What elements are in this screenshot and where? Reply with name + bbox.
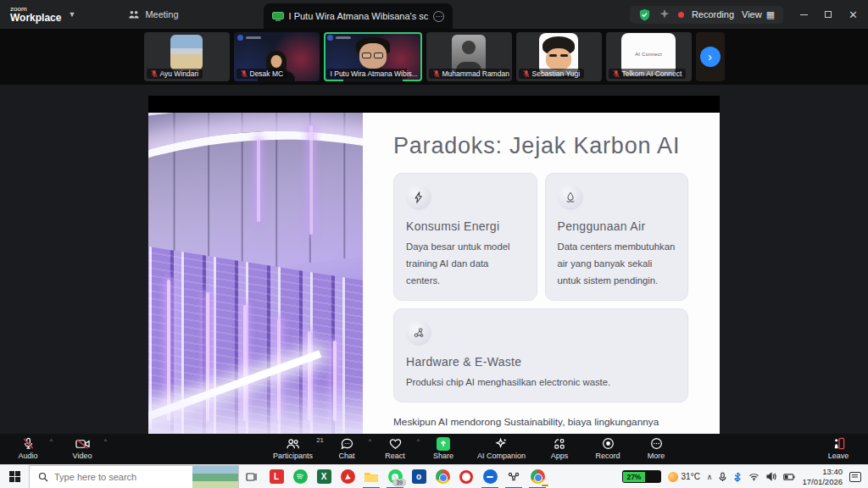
drone-icon xyxy=(508,472,520,482)
participant-name: Sebastian Yugi xyxy=(532,69,581,78)
task-view-icon xyxy=(246,472,258,482)
screen-share-icon xyxy=(272,12,284,21)
tab-screen-share[interactable]: I Putu Wira Atmana Wibisana's sc ⋯ xyxy=(264,3,453,29)
meeting-people-icon xyxy=(128,9,140,19)
minimize-button[interactable] xyxy=(800,14,808,15)
clock-time: 13:40 xyxy=(802,467,843,477)
more-icon xyxy=(650,437,663,450)
task-view-button[interactable] xyxy=(239,465,264,488)
zoom-workplace-logo[interactable]: zoom Workplace ▼ xyxy=(0,6,84,23)
shared-screen-area: Paradoks: Jejak Karbon AI Konsumsi Energ… xyxy=(0,85,868,434)
participant-tile-active-speaker[interactable]: I Putu Wira Atmana Wibis... xyxy=(324,32,422,81)
chevron-down-icon: ▼ xyxy=(68,10,75,19)
shared-slide: Paradoks: Jejak Karbon AI Konsumsi Energ… xyxy=(148,96,720,434)
recording-label: Recording xyxy=(692,9,734,19)
encryption-shield-icon[interactable] xyxy=(638,8,651,21)
muted-mic-icon xyxy=(523,69,530,78)
app-outlook[interactable]: o xyxy=(407,465,431,488)
ai-companion-status-icon[interactable] xyxy=(659,8,670,20)
record-icon xyxy=(602,437,615,450)
view-button[interactable]: View ▦ xyxy=(742,9,775,20)
app-lark[interactable]: L xyxy=(264,465,288,488)
participant-tile-muhammad[interactable]: Muhammad Ramdan xyxy=(426,32,512,81)
card-body: Produksi chip AI menghasilkan electronic… xyxy=(406,374,676,391)
datacenter-image xyxy=(148,113,363,434)
audio-label: Audio xyxy=(18,452,37,460)
start-button[interactable] xyxy=(0,465,29,488)
chat-options-chevron[interactable]: ^ xyxy=(369,438,371,444)
apps-button[interactable]: Apps xyxy=(545,437,574,460)
search-input[interactable] xyxy=(54,472,164,482)
participant-tile-ayu[interactable]: Ayu Windari xyxy=(144,32,230,81)
audio-options-chevron[interactable]: ^ xyxy=(50,438,53,444)
tab-meeting[interactable]: Meeting xyxy=(118,0,188,29)
more-button[interactable]: More xyxy=(642,437,670,460)
muted-mic-icon xyxy=(151,69,158,78)
muted-mic-icon xyxy=(433,69,440,78)
chat-icon xyxy=(341,437,353,450)
more-label: More xyxy=(648,452,665,460)
tray-mic-icon[interactable] xyxy=(719,472,726,482)
participant-tile-desak[interactable]: Desak MC xyxy=(234,32,320,81)
share-label: Share xyxy=(433,452,453,460)
card-title: Penggunaan Air xyxy=(558,219,676,233)
battery-icon[interactable] xyxy=(783,474,795,480)
app-pdf[interactable] xyxy=(336,465,359,488)
next-page-button[interactable]: › xyxy=(700,47,721,67)
react-label: React xyxy=(385,452,405,460)
tray-expand-chevron[interactable]: ∧ xyxy=(707,473,713,481)
app-opera[interactable] xyxy=(454,465,478,488)
react-button[interactable]: ^ React xyxy=(381,437,409,460)
windows-taskbar: L X 39 o 27% 31°C xyxy=(0,464,868,488)
bolt-icon xyxy=(406,185,431,210)
clock-date: 17/01/2026 xyxy=(802,477,843,487)
chrome-icon xyxy=(531,469,545,484)
ai-connect-logo-text: AI Connect xyxy=(635,52,662,57)
network-icon[interactable] xyxy=(748,473,760,481)
record-button[interactable]: Record xyxy=(593,437,622,460)
apps-label: Apps xyxy=(551,452,569,460)
participant-name: Muhammad Ramdan xyxy=(442,69,509,78)
ai-companion-button[interactable]: AI Companion xyxy=(477,437,526,460)
maximize-button[interactable] xyxy=(825,11,832,18)
app-drone-tool[interactable] xyxy=(502,465,526,488)
clock[interactable]: 13:40 17/01/2026 xyxy=(802,467,843,487)
muted-mic-icon xyxy=(613,69,620,78)
video-filmstrip: Ayu Windari Desak MC I Putu Wira Atmana … xyxy=(0,29,868,85)
bluetooth-icon[interactable] xyxy=(733,472,742,482)
share-button[interactable]: Share xyxy=(429,437,458,460)
app-chrome-profile[interactable] xyxy=(526,465,549,488)
card-hardware-ewaste: Hardware & E-Waste Produksi chip AI meng… xyxy=(393,308,688,402)
react-options-chevron[interactable]: ^ xyxy=(417,438,420,444)
muted-mic-icon xyxy=(241,69,248,78)
video-options-chevron[interactable]: ^ xyxy=(104,438,107,444)
weather-widget[interactable]: 31°C xyxy=(668,472,700,482)
battery-widget[interactable]: 27% xyxy=(622,470,661,483)
molecule-icon xyxy=(406,320,431,346)
app-whatsapp[interactable]: 39 xyxy=(383,465,407,488)
taskbar-search[interactable] xyxy=(29,465,239,488)
participants-button[interactable]: 21 Participants xyxy=(273,437,313,460)
leave-button[interactable]: Leave xyxy=(824,437,853,460)
participant-tile-telkom[interactable]: AI Connect Telkom AI Connect xyxy=(606,32,692,81)
volume-icon[interactable] xyxy=(766,472,776,481)
recording-dot-icon xyxy=(678,12,684,18)
ai-companion-label: AI Companion xyxy=(477,452,526,460)
notification-center-icon[interactable] xyxy=(849,472,861,482)
app-excel[interactable]: X xyxy=(312,465,336,488)
logo-text-workplace: Workplace xyxy=(10,13,61,23)
close-button[interactable]: ✕ xyxy=(849,9,858,20)
tab-options-icon[interactable]: ⋯ xyxy=(433,11,444,22)
chat-button[interactable]: ^ Chat xyxy=(332,437,361,460)
participant-tile-sebastian[interactable]: Sebastian Yugi xyxy=(516,32,602,81)
search-highlight-image[interactable] xyxy=(192,466,238,488)
video-button[interactable]: ^ Video xyxy=(68,437,97,460)
app-chrome[interactable] xyxy=(431,465,454,488)
slide-footer-text: Meskipun AI mendorong Sustainability, bi… xyxy=(393,413,688,434)
app-file-explorer[interactable] xyxy=(359,465,383,488)
audio-button[interactable]: ^ Audio xyxy=(14,437,42,460)
video-label: Video xyxy=(73,452,92,460)
card-konsumsi-energi: Konsumsi Energi Daya besar untuk model t… xyxy=(393,173,537,301)
app-blue-circle[interactable] xyxy=(478,465,502,488)
app-spotify[interactable] xyxy=(288,465,312,488)
